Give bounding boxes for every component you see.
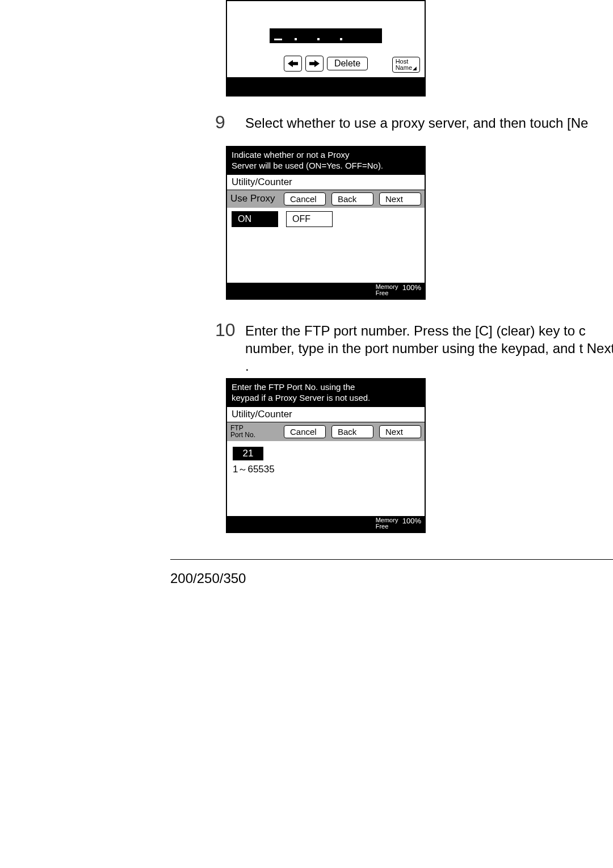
utility-counter-label: Utility/Counter xyxy=(227,407,425,422)
next-button[interactable]: Next xyxy=(379,192,421,206)
delete-button[interactable]: Delete xyxy=(327,57,368,70)
arrow-right-button[interactable] xyxy=(305,56,324,72)
step-text-10: Enter the FTP port number. Press the [C]… xyxy=(245,322,613,375)
ftp-port-label: FTP Port No. xyxy=(230,425,255,439)
arrow-left-icon xyxy=(288,60,298,68)
host-name-button[interactable]: Host Name◢ xyxy=(392,57,420,73)
port-body: 21 1～65535 xyxy=(227,441,425,516)
ip-entry-footer xyxy=(227,77,425,95)
step-number-10: 10 xyxy=(215,320,236,341)
proxy-off-button[interactable]: OFF xyxy=(286,211,333,227)
proxy-body: ON OFF xyxy=(227,208,425,283)
ip-entry-body xyxy=(227,1,425,52)
ip-entry-toolbar: Delete Host Name◢ xyxy=(227,52,425,77)
divider xyxy=(170,559,613,560)
cancel-button[interactable]: Cancel xyxy=(284,192,326,206)
proxy-header-line2: Server will be used (ON=Yes. OFF=No). xyxy=(232,161,383,170)
corner-icon: ◢ xyxy=(413,65,417,71)
back-button[interactable]: Back xyxy=(331,192,373,206)
port-range: 1～65535 xyxy=(233,463,419,476)
svg-marker-0 xyxy=(288,60,298,68)
memory-free-percent: 100% xyxy=(402,284,421,292)
proxy-header: Indicate whether or not a Proxy Server w… xyxy=(227,147,425,175)
proxy-toolbar: Use Proxy Cancel Back Next xyxy=(227,190,425,208)
arrow-right-icon xyxy=(309,60,320,68)
port-header: Enter the FTP Port No. using the keypad … xyxy=(227,379,425,407)
memory-free-percent: 100% xyxy=(402,517,421,525)
port-header-line2: keypad if a Proxy Server is not used. xyxy=(232,393,370,402)
step-text-9: Select whether to use a proxy server, an… xyxy=(245,114,613,132)
port-value-block: 21 1～65535 xyxy=(227,441,425,478)
page-footer-model: 200/250/350 xyxy=(170,571,246,586)
proxy-footer: Memory Free 100% xyxy=(227,283,425,299)
arrow-left-button[interactable] xyxy=(284,56,302,72)
host-name-label-line1: Host xyxy=(396,58,409,65)
utility-counter-label: Utility/Counter xyxy=(227,175,425,190)
ip-input-display xyxy=(270,28,382,43)
cancel-button[interactable]: Cancel xyxy=(284,425,326,438)
memory-free-label: Memory Free xyxy=(376,284,398,296)
proxy-header-line1: Indicate whether or not a Proxy xyxy=(232,150,350,160)
port-screen: Enter the FTP Port No. using the keypad … xyxy=(226,378,426,533)
use-proxy-label: Use Proxy xyxy=(230,193,275,204)
memory-free-label: Memory Free xyxy=(376,517,398,530)
proxy-screen: Indicate whether or not a Proxy Server w… xyxy=(226,146,426,300)
proxy-options: ON OFF xyxy=(227,208,425,230)
svg-marker-1 xyxy=(309,60,320,68)
port-toolbar: FTP Port No. Cancel Back Next xyxy=(227,422,425,441)
port-value: 21 xyxy=(233,447,263,460)
host-name-label-line2: Name xyxy=(396,64,412,71)
ip-entry-screen: Delete Host Name◢ xyxy=(226,0,426,97)
next-button[interactable]: Next xyxy=(379,425,421,438)
proxy-on-button[interactable]: ON xyxy=(232,211,278,227)
back-button[interactable]: Back xyxy=(331,425,373,438)
port-header-line1: Enter the FTP Port No. using the xyxy=(232,382,355,392)
port-footer: Memory Free 100% xyxy=(227,516,425,532)
step-number-9: 9 xyxy=(215,112,225,133)
